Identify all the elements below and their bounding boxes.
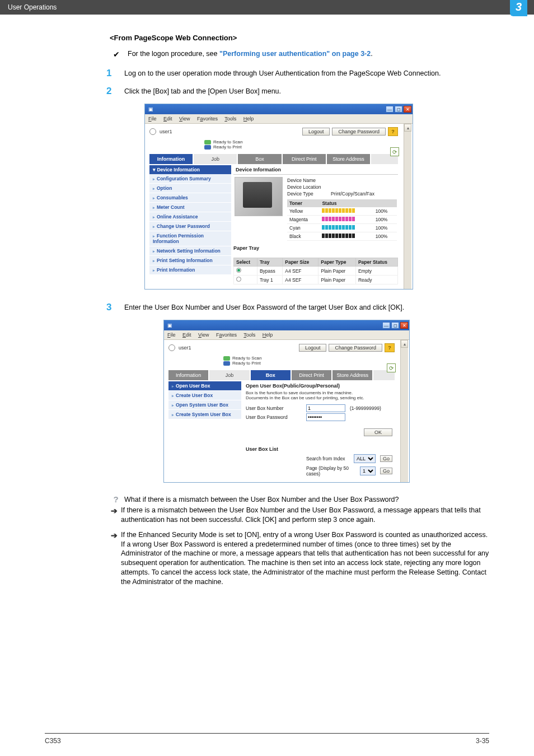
tab-box[interactable]: Box (251, 370, 291, 380)
window-app-icon: ▣ (167, 323, 172, 328)
refresh-icon[interactable]: ⟳ (390, 147, 399, 156)
scroll-up-icon[interactable]: ▴ (401, 340, 408, 348)
menu-favorites[interactable]: Favorites (216, 332, 237, 338)
print-status-icon (204, 145, 211, 150)
sidebar-item-print-info[interactable]: Print Information (149, 265, 231, 275)
menu-file[interactable]: File (167, 332, 176, 338)
tab-information[interactable]: Information (149, 154, 193, 164)
close-icon[interactable]: ✕ (400, 322, 408, 329)
mainpane-header: Device Information (233, 165, 398, 175)
sidebar-item-create-system-box[interactable]: Create System User Box (168, 410, 241, 419)
auth-link[interactable]: "Performing user authentication" on page… (219, 50, 371, 58)
sidebar-item-option[interactable]: Option (149, 184, 231, 193)
username-label: user1 (179, 345, 191, 351)
open-userbox-desc: Box is the function to save documents in… (243, 390, 395, 404)
device-status: Ready to Scan Ready to Print (204, 139, 408, 150)
minimize-icon[interactable]: — (386, 106, 394, 113)
footer-model: C353 (45, 737, 61, 745)
tray-col-type: Paper Type (318, 258, 356, 267)
section-title: <From PageScope Web Connection> (110, 34, 489, 42)
tab-job[interactable]: Job (209, 370, 249, 380)
toner-col-name: Toner (287, 199, 320, 207)
sidebar-item-online-assistance[interactable]: Online Assistance (149, 212, 231, 222)
breadcrumb: User Operations (8, 3, 57, 11)
tab-job[interactable]: Job (194, 154, 237, 164)
browser-menubar: File Edit View Favorites Tools Help (145, 114, 413, 124)
tray-caption: Paper Tray (233, 244, 398, 252)
userbox-password-input[interactable] (306, 413, 345, 421)
tab-direct-print[interactable]: Direct Print (292, 370, 331, 380)
browser-menubar: File Edit View Favorites Tools Help (164, 330, 409, 340)
ok-button[interactable]: OK (364, 428, 392, 436)
scan-status-icon (223, 356, 230, 361)
menu-edit[interactable]: Edit (182, 332, 191, 338)
logon-note: ✔ For the logon procedure, see "Performi… (110, 50, 489, 59)
sidebar-item-network-setting[interactable]: Network Setting Information (149, 246, 231, 256)
userbox-number-label: User Box Number (246, 405, 302, 411)
tray-radio[interactable] (236, 277, 241, 282)
table-row: Tray 1A4 SEFPlain PaperReady (234, 276, 398, 284)
sidenav: ▾ Device Information Configuration Summa… (149, 165, 231, 284)
tray-col-status: Paper Status (355, 258, 397, 267)
help-icon[interactable]: ? (388, 127, 398, 136)
menu-help[interactable]: Help (263, 332, 273, 338)
userbox-password-label: User Box Password (246, 414, 302, 420)
sidebar-item-meter-count[interactable]: Meter Count (149, 203, 231, 212)
help-icon[interactable]: ? (385, 343, 395, 352)
tab-information[interactable]: Information (168, 370, 208, 380)
menu-help[interactable]: Help (243, 116, 254, 122)
minimize-icon[interactable]: — (382, 322, 390, 329)
window-titlebar: ▣ — ◻ ✕ (164, 320, 409, 330)
sidebar-item-open-user-box[interactable]: Open User Box (168, 381, 241, 391)
browser-window-device-info: ▣ — ◻ ✕ File Edit View Favorites Tools H… (144, 104, 413, 290)
sidebar-item-open-system-box[interactable]: Open System User Box (168, 400, 241, 410)
scrollbar[interactable]: ▴ (400, 340, 408, 482)
table-row: Black100% (287, 232, 397, 241)
sidebar-item-func-permission[interactable]: Function Permission Information (149, 231, 231, 246)
sidebar-item-print-setting[interactable]: Print Setting Information (149, 256, 231, 265)
user-icon (168, 344, 175, 351)
search-index-select[interactable]: ALL (354, 454, 376, 463)
change-password-button[interactable]: Change Password (332, 128, 386, 136)
sidebar-item-consumables[interactable]: Consumables (149, 193, 231, 203)
tab-box[interactable]: Box (238, 154, 281, 164)
sidebar-item-change-pw[interactable]: Change User Password (149, 222, 231, 231)
menu-file[interactable]: File (148, 116, 157, 122)
change-password-button[interactable]: Change Password (329, 344, 382, 352)
maximize-icon[interactable]: ◻ (395, 106, 402, 113)
step-2: 2 Click the [Box] tab and the [Open User… (110, 86, 489, 97)
arrow-icon: ➔ (111, 506, 118, 515)
refresh-icon[interactable]: ⟳ (387, 363, 396, 372)
chapter-badge: 3 (510, 0, 527, 16)
tray-table: Select Tray Paper Size Paper Type Paper … (233, 258, 398, 284)
qa-answer-2: If the Enhanced Security Mode is set to … (121, 530, 489, 587)
menu-favorites[interactable]: Favorites (197, 116, 218, 122)
maximize-icon[interactable]: ◻ (391, 322, 399, 329)
tab-direct-print[interactable]: Direct Print (283, 154, 326, 164)
tray-col-select: Select (234, 258, 257, 267)
scroll-up-icon[interactable]: ▴ (404, 124, 411, 132)
username-label: user1 (160, 129, 172, 134)
tray-radio[interactable] (236, 268, 241, 273)
sidebar-item-create-user-box[interactable]: Create User Box (168, 391, 241, 400)
table-row: Cyan100% (287, 224, 397, 232)
sidebar-item-config-summary[interactable]: Configuration Summary (149, 174, 231, 184)
scrollbar[interactable]: ▴ (404, 124, 411, 289)
logout-button[interactable]: Logout (299, 344, 327, 352)
page-footer: C353 3-35 (45, 733, 489, 745)
logout-button[interactable]: Logout (302, 128, 330, 136)
menu-view[interactable]: View (198, 332, 209, 338)
page-header: User Operations 3 (0, 0, 534, 15)
menu-tools[interactable]: Tools (224, 116, 236, 122)
tab-store-address[interactable]: Store Address (332, 370, 372, 380)
page-select[interactable]: 1 (360, 466, 376, 475)
menu-view[interactable]: View (179, 116, 190, 122)
menu-edit[interactable]: Edit (163, 116, 172, 122)
go-button[interactable]: Go (380, 468, 392, 474)
menu-tools[interactable]: Tools (243, 332, 255, 338)
userbox-number-input[interactable] (306, 404, 345, 412)
tab-store-address[interactable]: Store Address (327, 154, 370, 164)
close-icon[interactable]: ✕ (404, 106, 411, 113)
qa-question: What if there is a mismatch between the … (124, 495, 399, 505)
go-button[interactable]: Go (380, 455, 392, 462)
